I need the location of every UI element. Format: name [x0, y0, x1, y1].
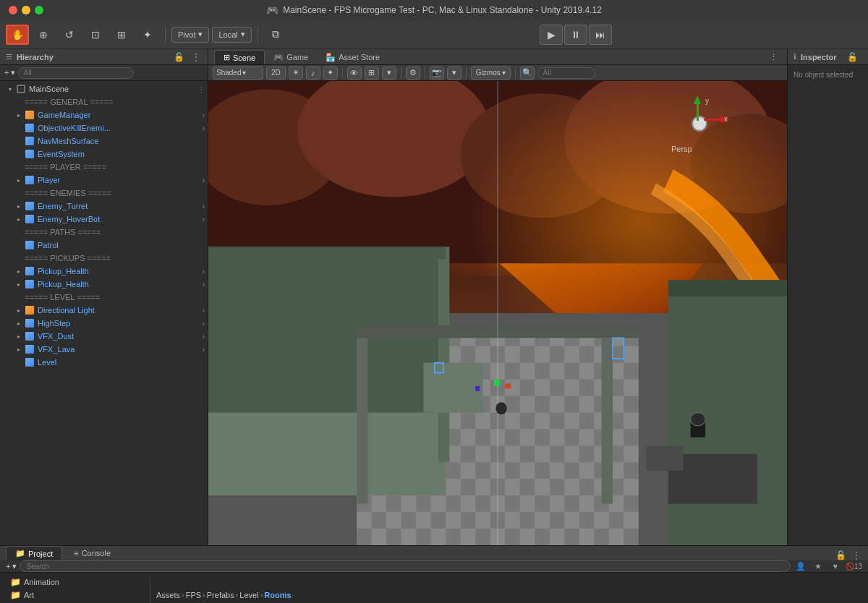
layers-button[interactable]: ⧉ [264, 25, 287, 45]
hierarchy-search-input[interactable] [18, 67, 134, 79]
folder-icon: 📁 [10, 590, 21, 600]
inspector-more-btn[interactable]: ⋮ [864, 52, 868, 62]
grid-dropdown[interactable]: ▾ [382, 67, 396, 80]
rect-tool-button[interactable]: ⊞ [110, 25, 133, 45]
hierarchy-item-vfx-lava[interactable]: ▸ VFX_Lava › [0, 343, 208, 356]
scene-gizmo[interactable]: y x Persp [671, 95, 729, 153]
tab-console[interactable]: ≡ Console [65, 546, 119, 560]
shaded-dropdown[interactable]: Shaded ▾ [213, 67, 263, 80]
cube-icon [25, 357, 35, 367]
tab-asset-store[interactable]: 🏪 Asset Store [317, 50, 388, 64]
titlebar: 🎮 MainScene - FPS Microgame Test - PC, M… [0, 0, 868, 20]
star-icon[interactable]: ★ [811, 560, 825, 572]
maximize-button[interactable] [35, 6, 43, 14]
hand-tool-button[interactable]: ✋ [6, 25, 29, 45]
item-more[interactable]: › [203, 307, 205, 315]
2d-button[interactable]: 2D [266, 67, 286, 80]
play-button[interactable]: ▶ [540, 25, 563, 45]
folder-item-animation[interactable]: 📁 Animation [6, 576, 144, 589]
hierarchy-lock-btn[interactable]: 🔓 [172, 52, 186, 62]
svg-rect-19 [357, 338, 367, 503]
audio-icon[interactable]: ♪ [306, 67, 320, 80]
fx-icon[interactable]: ✦ [323, 67, 338, 80]
project-search-input[interactable] [20, 560, 790, 572]
toolbar-sep5 [515, 67, 516, 79]
item-more[interactable]: › [203, 111, 205, 119]
hierarchy-item-player[interactable]: ▸ Player › [0, 174, 208, 187]
hierarchy-item-eventsystem[interactable]: EventSystem [0, 147, 208, 161]
paths-section-label: ===== PATHS ===== [25, 228, 101, 236]
item-more[interactable]: › [203, 124, 205, 132]
mainscene-more[interactable]: ⋮ [197, 85, 205, 93]
cube-icon [25, 279, 35, 289]
tab-scene[interactable]: ⊞ Scene [214, 50, 265, 64]
pivot-dropdown[interactable]: Pivot ▾ [171, 27, 209, 43]
hierarchy-item-level-section: ===== LEVEL ===== [0, 291, 208, 304]
local-label: Local [218, 30, 237, 39]
search-person-icon[interactable]: 👤 [793, 560, 808, 572]
bottom-lock-btn[interactable]: 🔓 [834, 550, 848, 560]
minimize-button[interactable] [22, 6, 30, 14]
tab-game[interactable]: 🎮 Game [265, 50, 317, 64]
project-add-button[interactable]: + ▾ [6, 562, 17, 571]
inspector-empty: No object selected [788, 65, 868, 85]
item-more[interactable]: › [203, 268, 205, 275]
item-more[interactable]: › [203, 202, 205, 210]
hierarchy-item-objective[interactable]: ObjectiveKillEnemi... › [0, 121, 208, 134]
folder-item-art[interactable]: 📁 Art [6, 589, 144, 602]
close-button[interactable] [9, 6, 17, 14]
hierarchy-item-patrol[interactable]: Patrol [0, 239, 208, 252]
item-more[interactable]: › [203, 320, 205, 328]
breadcrumb-prefabs[interactable]: Prefabs [207, 591, 234, 599]
breadcrumb-level[interactable]: Level [239, 591, 258, 599]
gizmos-dropdown[interactable]: Gizmos ▾ [471, 67, 511, 80]
hierarchy-item-highstep[interactable]: ▸ HighStep › [0, 317, 208, 330]
camera-icon[interactable]: 📷 [430, 67, 444, 80]
scale-tool-button[interactable]: ⊡ [84, 25, 107, 45]
camera-dropdown[interactable]: ▾ [447, 67, 461, 80]
svg-rect-17 [438, 247, 449, 462]
scene-vis-icon[interactable]: 👁 [347, 67, 362, 80]
center-panel: ⊞ Scene 🎮 Game 🏪 Asset Store ⋮ Shaded ▾ … [208, 49, 787, 545]
hierarchy-more-btn[interactable]: ⋮ [190, 52, 202, 62]
favorites-icon[interactable]: ♥ [828, 560, 843, 572]
search-icon[interactable]: 🔍 [520, 67, 535, 80]
hierarchy-item-pickup1[interactable]: ▸ Pickup_Health › [0, 265, 208, 278]
item-more[interactable]: › [203, 176, 205, 184]
hierarchy-item-level[interactable]: Level [0, 356, 208, 369]
tools-icon[interactable]: ⚙ [406, 67, 420, 80]
breadcrumb-assets[interactable]: Assets [156, 591, 180, 599]
gizmo-persp-label[interactable]: Persp [671, 145, 692, 153]
lighting-icon[interactable]: ☀ [289, 67, 303, 80]
local-dropdown[interactable]: Local ▾ [212, 27, 251, 43]
rotate-tool-button[interactable]: ↺ [58, 25, 81, 45]
bottom-more-btn[interactable]: ⋮ [851, 550, 862, 560]
scene-viewport[interactable]: y x Persp [208, 81, 787, 545]
hierarchy-item-navmesh[interactable]: NavMeshSurface [0, 134, 208, 147]
hierarchy-item-gamemanager[interactable]: ▸ GameManager › [0, 108, 208, 121]
transform-tool-button[interactable]: ✦ [136, 25, 159, 45]
pause-button[interactable]: ⏸ [564, 25, 587, 45]
scene-search-input[interactable] [537, 67, 595, 79]
hierarchy-item-directional-light[interactable]: ▸ Directional Light › [0, 304, 208, 317]
hierarchy-item-turret[interactable]: ▸ Enemy_Turret › [0, 200, 208, 213]
breadcrumb-fps[interactable]: FPS [186, 591, 201, 599]
view-more-btn[interactable]: ⋮ [767, 50, 781, 64]
hierarchy-item-pickup2[interactable]: ▸ Pickup_Health › [0, 278, 208, 291]
tab-project[interactable]: 📁 Project [6, 546, 62, 560]
hierarchy-add-button[interactable]: + ▾ [4, 68, 15, 77]
step-button[interactable]: ⏭ [589, 25, 612, 45]
item-more[interactable]: › [203, 215, 205, 223]
item-more[interactable]: › [203, 346, 205, 354]
hierarchy-item-hoverbot[interactable]: ▸ Enemy_HoverBot › [0, 213, 208, 226]
grid-icon[interactable]: ⊞ [365, 67, 379, 80]
hierarchy-item-mainscene[interactable]: ▾ MainScene ⋮ [0, 82, 208, 95]
cube-icon [25, 305, 35, 315]
inspector-lock-btn[interactable]: 🔓 [846, 52, 859, 62]
item-count: 🚫13 [846, 563, 862, 570]
hierarchy-item-vfx-dust[interactable]: ▸ VFX_Dust › [0, 330, 208, 343]
svg-rect-22 [668, 280, 787, 296]
item-more[interactable]: › [203, 281, 205, 288]
move-tool-button[interactable]: ⊕ [32, 25, 55, 45]
item-more[interactable]: › [203, 333, 205, 341]
